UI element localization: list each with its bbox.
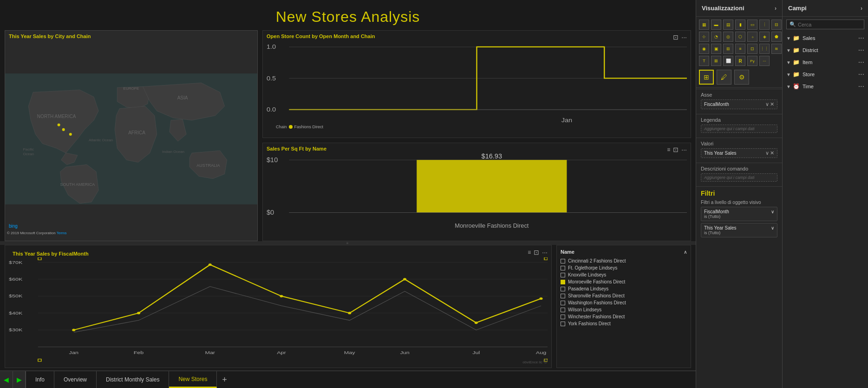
tab-add-btn[interactable]: + (217, 371, 232, 388)
viz-icon-100pct[interactable]: ▤ (723, 20, 733, 30)
campi-time-more[interactable]: ··· (858, 82, 864, 91)
viz-icon-table[interactable]: ⊡ (747, 44, 757, 54)
viz-icon-slicer[interactable]: ≡ (735, 44, 745, 54)
asse-remove-btn[interactable]: ✕ (770, 101, 774, 107)
filter-this-year-sales[interactable]: This Year Sales ∨ is (Tutto) (701, 223, 777, 237)
legend-checkbox[interactable] (561, 266, 565, 270)
legend-checkbox[interactable] (561, 280, 565, 284)
viz-panel-arrow[interactable]: › (775, 5, 777, 12)
valori-remove-btn[interactable]: ✕ (770, 150, 774, 156)
filter-fiscal-month[interactable]: FiscalMonth ∨ is (Tutto) (701, 207, 777, 221)
viz-icon-card[interactable]: ▣ (711, 44, 721, 54)
campi-store-more[interactable]: ··· (858, 70, 864, 79)
asse-dropdown-btn[interactable]: ∨ (765, 101, 769, 107)
legend-list-item[interactable]: Winchester Fashions Direct (561, 313, 687, 320)
map-body[interactable]: NORTH AMERICA SOUTH AMERICA EUROPE ASIA … (5, 40, 257, 238)
filter1-arrow[interactable]: ∨ (771, 209, 774, 214)
viz-icon-matrix[interactable]: ⋮⋮ (759, 44, 770, 54)
legend-checkbox[interactable] (561, 259, 565, 263)
tab-next-btn[interactable]: ▶ (13, 371, 26, 388)
sales-sqft-more-btn[interactable]: ··· (681, 146, 687, 153)
valori-dropdown-btn[interactable]: ∨ (765, 150, 769, 156)
legend-checkbox[interactable] (561, 322, 565, 326)
tab-info[interactable]: Info (26, 371, 54, 388)
valori-field-tag[interactable]: This Year Sales ∨ ✕ (701, 148, 777, 158)
viz-icon-kpi[interactable]: ⊞ (723, 44, 733, 54)
tab-new-stores[interactable]: New Stores (169, 371, 217, 388)
viz-icon-shape[interactable]: ⬜ (723, 56, 733, 66)
legend-checkbox[interactable] (561, 287, 565, 291)
viz-icon-line[interactable]: ▭ (747, 20, 757, 30)
tab-overview[interactable]: Overview (54, 371, 97, 388)
svg-point-46 (348, 312, 351, 314)
asse-field-tag[interactable]: FiscalMonth ∨ ✕ (701, 99, 777, 109)
campi-store-icon: 📁 (793, 71, 800, 78)
fiscal-more-btn[interactable]: ··· (542, 249, 548, 256)
campi-item-time[interactable]: ▼ ⏰ Time ··· (783, 80, 868, 92)
svg-point-42 (72, 329, 75, 331)
viz-icon-ribbon[interactable]: ⊟ (771, 20, 782, 30)
legend-list-item[interactable]: Cincinnati 2 Fashions Direct (561, 257, 687, 264)
legend-list-item[interactable]: Wilson Lindseys (561, 306, 687, 313)
viz-icon-py[interactable]: Py (747, 56, 757, 66)
legend-checkbox[interactable] (561, 294, 565, 298)
viz-icon-filled-map[interactable]: ◈ (759, 32, 770, 42)
legend-list-item[interactable]: Sharonville Fashions Direct (561, 292, 687, 299)
campi-item-sales[interactable]: ▼ 📁 Sales ··· (783, 32, 868, 44)
legend-list-item[interactable]: Pasadena Lindseys (561, 285, 687, 292)
open-store-expand-btn[interactable]: ⊡ (673, 33, 679, 41)
viz-tool-analytics[interactable]: ⚙ (734, 70, 749, 85)
viz-icon-map[interactable]: ⬦ (747, 32, 757, 42)
campi-sales-more[interactable]: ··· (858, 34, 864, 42)
legend-list-item[interactable]: Ft. Oglethorpe Lindseys (561, 264, 687, 271)
viz-icon-column[interactable]: ▮ (735, 20, 745, 30)
campi-item-icon: 📁 (793, 59, 800, 66)
campi-item-district[interactable]: ▼ 📁 District ··· (783, 44, 868, 56)
campi-item-more[interactable]: ··· (858, 58, 864, 66)
resize-handle[interactable]: ≡ (0, 241, 696, 245)
viz-icon-image[interactable]: ⊠ (711, 56, 721, 66)
svg-point-48 (475, 322, 478, 324)
viz-icon-bar[interactable]: ▬ (711, 20, 721, 30)
legend-list-item[interactable]: York Fashions Direct (561, 320, 687, 327)
viz-icon-more[interactable]: ··· (759, 56, 770, 66)
campi-panel-arrow[interactable]: › (861, 5, 862, 12)
tab-prev-btn[interactable]: ◀ (0, 371, 13, 388)
campi-item-item[interactable]: ▼ 📁 Item ··· (783, 56, 868, 68)
viz-icon-textbox[interactable]: T (699, 56, 709, 66)
viz-icon-waterfall[interactable]: ≋ (771, 44, 782, 54)
campi-district-more[interactable]: ··· (858, 46, 864, 54)
fiscal-expand-btn[interactable]: ⊡ (534, 249, 539, 256)
sales-sqft-expand-btn[interactable]: ⊡ (673, 146, 679, 153)
svg-rect-60 (544, 257, 548, 260)
viz-icon-funnel[interactable]: ⬟ (771, 32, 782, 42)
filter2-arrow[interactable]: ∨ (771, 225, 774, 230)
legend-checkbox[interactable] (561, 308, 565, 312)
campi-item-store[interactable]: ▼ 📁 Store ··· (783, 68, 868, 80)
legend-list-item[interactable]: Knoxville Lindseys (561, 271, 687, 278)
viz-icon-pie[interactable]: ◔ (711, 32, 721, 42)
campi-search-box[interactable]: 🔍 (786, 20, 864, 29)
svg-text:AUSTRALIA: AUSTRALIA (196, 163, 220, 168)
legend-list-item[interactable]: Washington Fashions Direct (561, 299, 687, 306)
legend-list-item[interactable]: Monroeville Fashions Direct (561, 278, 687, 285)
legend-checkbox[interactable] (561, 315, 565, 319)
viz-tool-paint[interactable]: 🖊 (717, 70, 731, 85)
tab-district-monthly-sales[interactable]: District Monthly Sales (97, 371, 169, 388)
viz-icon-scatter[interactable]: ⊹ (699, 32, 709, 42)
viz-icon-donut[interactable]: ◎ (723, 32, 733, 42)
viz-icon-r[interactable]: R (735, 56, 745, 66)
legend-checkbox[interactable] (561, 301, 565, 305)
legend-checkbox[interactable] (561, 273, 565, 277)
resize-icon: ≡ (667, 146, 670, 153)
viz-icon-treemap[interactable]: ⬡ (735, 32, 745, 42)
viz-icon-stacked-bar[interactable]: ▦ (699, 20, 709, 30)
viz-icon-gauge[interactable]: ◉ (699, 44, 709, 54)
viz-icon-area[interactable]: ⋮ (759, 20, 770, 30)
open-store-more-btn[interactable]: ··· (681, 33, 687, 41)
campi-search-input[interactable] (798, 22, 862, 27)
asse-section: Asse FiscalMonth ∨ ✕ (696, 89, 782, 114)
name-sort-arrow[interactable]: ∧ (684, 250, 687, 255)
viz-tool-format[interactable]: ⊞ (699, 70, 714, 85)
svg-text:NORTH AMERICA: NORTH AMERICA (37, 114, 76, 119)
